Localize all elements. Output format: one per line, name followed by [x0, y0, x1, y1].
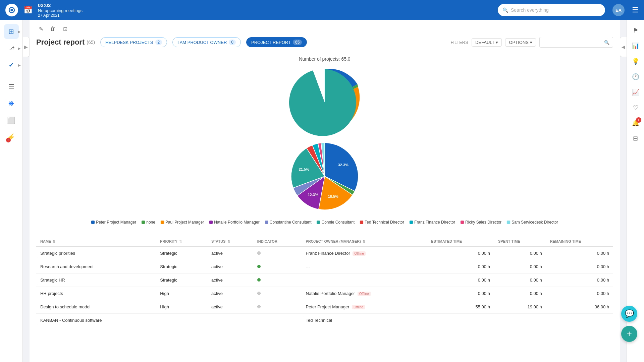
cell-indicator — [253, 246, 302, 260]
svg-text:18.5%: 18.5% — [328, 194, 338, 198]
sort-icon[interactable]: ⇅ — [227, 240, 230, 243]
edit-icon: ✎ — [39, 26, 43, 32]
search-icon: 🔍 — [502, 7, 508, 13]
sidebar-item-tasks[interactable]: ✔ ▶ — [4, 58, 19, 72]
delete-icon: 🗑 — [50, 26, 56, 32]
col-status: STATUS ⇅ — [207, 237, 253, 246]
legend-label: Franz Finance Director — [414, 220, 455, 225]
edit-button[interactable]: ✎ — [36, 24, 46, 34]
owner-status-badge: Offline — [352, 305, 365, 309]
col-owner: PROJECT OWNER (MANAGER) ⇅ — [302, 237, 427, 246]
list-icon: ☰ — [8, 83, 14, 91]
hamburger-menu[interactable]: ☰ — [632, 6, 639, 14]
cell-indicator — [253, 260, 302, 274]
cell-spent: 0.00 h — [494, 274, 546, 287]
right-item-filter[interactable]: ⊟ — [629, 132, 642, 145]
right-item-chart[interactable]: 📈 — [629, 86, 642, 99]
legend-label: Sam Servicedesk Director — [512, 220, 558, 225]
cell-spent: 0.00 h — [494, 246, 546, 260]
cell-estimated: 0.00 h — [427, 287, 494, 300]
default-filter-button[interactable]: DEFAULT ▾ — [472, 38, 502, 47]
default-filter-label: DEFAULT — [475, 40, 495, 45]
page-header: Project report (65) HELPDESK PROJECTS 2 … — [36, 37, 613, 48]
cell-name: Strategic priorities — [36, 246, 156, 260]
cell-indicator — [253, 300, 302, 314]
indicator-dot — [257, 292, 261, 295]
right-item-notification[interactable]: 🔔 1 — [629, 117, 642, 129]
chart-icon: 📈 — [632, 88, 639, 96]
right-collapse-button[interactable]: ◀ — [620, 37, 627, 57]
right-item-bulb[interactable]: 💡 — [629, 55, 642, 68]
sort-icon[interactable]: ⇅ — [53, 240, 55, 243]
col-priority: PRIORITY ⇅ — [156, 237, 207, 246]
indicator-dot — [257, 278, 261, 282]
more-button[interactable]: ⊡ — [60, 24, 70, 34]
tree-icon: ⎇ — [8, 45, 14, 52]
cell-priority: Strategic — [156, 246, 207, 260]
global-search[interactable]: 🔍 Search everything — [498, 4, 605, 16]
expand-arrow: ▶ — [18, 47, 21, 50]
page-toolbar: ✎ 🗑 ⊡ — [36, 24, 613, 34]
app-logo[interactable] — [5, 4, 18, 16]
cell-owner: Peter Project Manager Offline — [302, 300, 427, 314]
filters-label: FILTERS — [450, 40, 468, 45]
legend-item: Franz Finance Director — [410, 220, 455, 225]
right-item-flag[interactable]: ⚑ — [629, 24, 642, 37]
sidebar-item-lightning[interactable]: ⚡ ! — [4, 130, 19, 144]
col-remaining: REMAINING TIME — [546, 237, 613, 246]
sidebar-item-dropbox[interactable]: ❋ — [4, 96, 19, 111]
cell-remaining: 36.00 h — [546, 300, 613, 314]
right-item-clock[interactable]: 🕐 — [629, 70, 642, 83]
current-date: 27 Apr 2021 — [38, 13, 83, 18]
legend-item: Sam Servicedesk Director — [507, 220, 558, 225]
table-row[interactable]: Strategic HR Strategic active 0.00 h 0.0… — [36, 274, 613, 287]
dropbox-icon: ❋ — [8, 100, 14, 108]
svg-point-2 — [10, 9, 13, 11]
sort-icon[interactable]: ⇅ — [179, 240, 182, 243]
tab-helpdesk-projects[interactable]: HELPDESK PROJECTS 2 — [100, 37, 167, 47]
chart-legend: Peter Project ManagernonePaul Project Ma… — [36, 220, 613, 225]
chat-icon: 💬 — [625, 309, 634, 318]
calendar-icon[interactable]: 📅 — [23, 6, 33, 14]
table-row[interactable]: KANBAN - Continuous software Ted Technic… — [36, 314, 613, 327]
svg-text:21.5%: 21.5% — [299, 167, 309, 171]
cell-status: active — [207, 246, 253, 260]
options-chevron-icon: ▾ — [530, 40, 532, 45]
tab-helpdesk-count: 2 — [155, 40, 162, 45]
right-item-bar-chart[interactable]: 📊 — [629, 40, 642, 52]
right-item-heart[interactable]: ♡ — [629, 101, 642, 114]
tab-product-owner[interactable]: I AM PRODUCT OWNER 0 — [172, 37, 241, 47]
cell-status: active — [207, 274, 253, 287]
cell-name: HR projects — [36, 287, 156, 300]
sidebar-item-frame[interactable]: ⬜ — [4, 113, 19, 128]
table-row[interactable]: Design to schedule model High active Pet… — [36, 300, 613, 314]
filter-area: FILTERS DEFAULT ▾ OPTIONS ▾ 🔍 — [450, 37, 613, 48]
options-button[interactable]: OPTIONS ▾ — [505, 38, 536, 47]
sidebar-item-tree[interactable]: ⎇ ▶ — [4, 41, 19, 56]
legend-color — [507, 221, 510, 224]
chat-fab-button[interactable]: 💬 — [621, 306, 637, 322]
table-row[interactable]: Research and development Strategic activ… — [36, 260, 613, 274]
cell-name: Strategic HR — [36, 274, 156, 287]
sort-icon[interactable]: ⇅ — [363, 240, 365, 243]
sidebar-item-grid[interactable]: ⊞ ▶ — [4, 24, 19, 39]
table-row[interactable]: HR projects High active Natalie Portfoli… — [36, 287, 613, 300]
user-avatar[interactable]: EA — [612, 4, 625, 16]
grid-icon: ⊞ — [8, 27, 14, 36]
tab-owner-label: I AM PRODUCT OWNER — [177, 40, 227, 45]
cell-remaining: 0.00 h — [546, 246, 613, 260]
table-search-box[interactable]: 🔍 — [539, 37, 613, 48]
table-header-row: NAME ⇅ PRIORITY ⇅ STATUS ⇅ INDICATOR PRO… — [36, 237, 613, 246]
search-placeholder: Search everything — [511, 7, 549, 13]
time-info: 02:02 No upcoming meetings 27 Apr 2021 — [38, 2, 83, 18]
tab-project-report[interactable]: PROJECT REPORT 65 — [246, 37, 307, 47]
page-title: Project report (65) — [36, 38, 95, 47]
left-collapse-button[interactable]: ▶ — [23, 37, 30, 57]
legend-label: Natalie Portfolio Manager — [214, 220, 259, 225]
delete-button[interactable]: 🗑 — [48, 24, 58, 34]
cell-estimated: 55.00 h — [427, 300, 494, 314]
legend-label: Constantine Consultant — [270, 220, 312, 225]
table-row[interactable]: Strategic priorities Strategic active Fr… — [36, 246, 613, 260]
sidebar-item-list[interactable]: ☰ — [4, 79, 19, 94]
add-fab-button[interactable]: + — [621, 326, 637, 342]
